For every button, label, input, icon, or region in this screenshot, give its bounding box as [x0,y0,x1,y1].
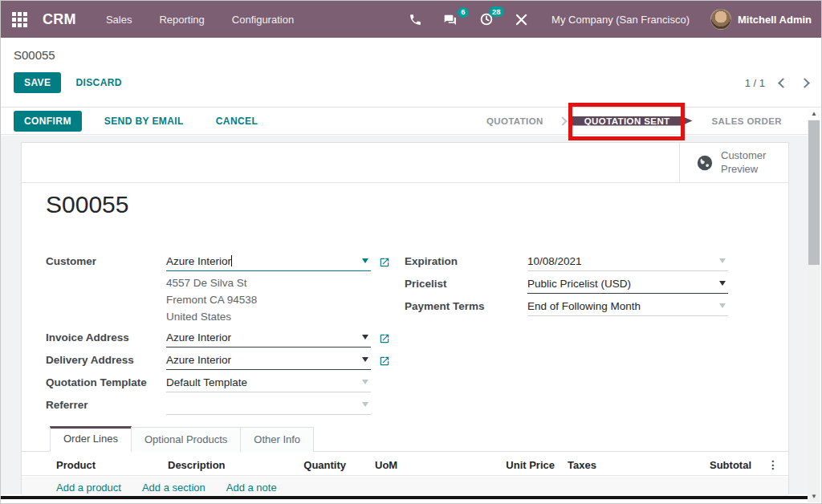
add-a-section-link[interactable]: Add a section [142,482,206,494]
top-navbar: CRM Sales Reporting Configuration 6 28 M… [1,1,821,38]
statusbar: CONFIRM SEND BY EMAIL CANCEL QUOTATION Q… [1,108,808,135]
app-title[interactable]: CRM [43,11,76,28]
field-row-invoice-address: Invoice Address Azure Interior [46,325,405,348]
delivery-address-label: Delivery Address [46,354,166,370]
pager-prev-icon[interactable] [778,78,788,88]
tools-icon[interactable] [506,6,537,33]
window-bottom-edge [1,496,808,499]
template-dropdown-caret-icon[interactable] [362,380,368,384]
cancel-button[interactable]: CANCEL [206,111,267,132]
stage-separator-icon [558,116,567,125]
menu-reporting[interactable]: Reporting [145,2,218,37]
tab-optional-products[interactable]: Optional Products [131,427,241,452]
form-sheet: Customer Preview S00055 Customer Azure I… [21,142,789,494]
form-view-background: Customer Preview S00055 Customer Azure I… [1,136,808,494]
scroll-up-icon[interactable]: ▲ [808,108,820,120]
referrer-field[interactable] [166,394,371,415]
messages-icon[interactable]: 6 [434,6,467,33]
address-line: United States [166,308,405,325]
menu-configuration[interactable]: Configuration [218,2,307,37]
pricelist-label: Pricelist [405,278,527,294]
col-uom: UoM [346,459,439,471]
menu-sales[interactable]: Sales [92,2,146,37]
referrer-dropdown-caret-icon[interactable] [362,402,368,407]
customer-address: 4557 De Silva St Fremont CA 94538 United… [166,271,405,325]
col-subtotal: Subtotal [688,459,751,471]
referrer-label: Referrer [46,399,166,415]
delivery-dropdown-caret-icon[interactable] [362,357,368,362]
delivery-external-link-icon[interactable] [379,356,390,367]
customer-label: Customer [46,255,166,271]
pager: 1 / 1 [745,77,808,89]
globe-icon [696,154,714,172]
customer-external-link-icon[interactable] [379,257,390,268]
activities-badge: 28 [489,6,505,17]
tab-other-info[interactable]: Other Info [240,427,314,452]
order-title: S00055 [46,191,128,218]
activities-clock-icon[interactable]: 28 [470,6,503,33]
col-taxes: Taxes [555,459,688,471]
pricelist-field[interactable]: Public Pricelist (USD) [527,273,728,294]
send-by-email-button[interactable]: SEND BY EMAIL [95,111,193,132]
expiration-dropdown-caret-icon[interactable] [719,258,726,263]
col-description: Description [168,459,295,471]
add-a-product-link[interactable]: Add a product [56,482,121,494]
discard-button[interactable]: DISCARD [66,72,131,93]
delivery-address-field[interactable]: Azure Interior [166,349,371,370]
customer-preview-button[interactable]: Customer Preview [679,143,788,182]
company-switcher[interactable]: My Company (San Francisco) [551,14,690,26]
column-options-kebab-icon[interactable]: ⋮ [751,458,779,471]
user-name: Mitchell Admin [738,14,812,26]
stage-quotation[interactable]: QUOTATION [472,116,558,126]
quotation-template-field[interactable]: Default Template [166,372,371,392]
messages-badge: 6 [458,7,469,18]
order-lines-add-row: Add a product Add a section Add a note [22,477,788,498]
user-avatar [710,9,731,30]
text-cursor [231,255,232,266]
field-row-customer: Customer Azure Interior [46,249,405,271]
customer-dropdown-caret-icon[interactable] [362,258,368,263]
col-quantity: Quantity [295,459,346,471]
invoice-external-link-icon[interactable] [379,333,390,344]
invoice-dropdown-caret-icon[interactable] [362,335,368,339]
expiration-label: Expiration [405,255,527,271]
tab-order-lines[interactable]: Order Lines [50,426,132,452]
address-line: 4557 De Silva St [166,274,405,291]
stage-sales-order[interactable]: SALES ORDER [698,116,796,126]
order-lines-header: Product Description Quantity UoM Unit Pr… [22,454,788,476]
customer-field[interactable]: Azure Interior [166,250,371,271]
expiration-field[interactable]: 10/08/2021 [527,250,728,271]
systray: 6 28 My Company (San Francisco) Mitchell… [400,6,821,33]
scrollbar-thumb[interactable] [808,120,820,265]
field-row-quotation-template: Quotation Template Default Template [46,370,405,392]
scroll-down-icon[interactable]: ▼ [808,490,820,502]
notebook-tabs: Order Lines Optional Products Other Info [22,425,788,452]
sheet-header: Customer Preview [22,143,788,183]
add-a-note-link[interactable]: Add a note [226,482,277,494]
stage-quotation-sent[interactable]: QUOTATION SENT [572,116,693,126]
save-button[interactable]: SAVE [14,72,61,93]
col-product: Product [56,459,168,471]
pager-next-icon[interactable] [800,78,810,88]
field-row-pricelist: Pricelist Public Pricelist (USD) [405,271,756,294]
apps-grid-icon [12,12,27,27]
field-row-delivery-address: Delivery Address Azure Interior [46,348,405,370]
payment-terms-dropdown-caret-icon[interactable] [719,303,726,308]
quotation-template-label: Quotation Template [46,376,166,392]
stage-quotation-sent-wrap: QUOTATION SENT [572,108,693,135]
vertical-scrollbar[interactable]: ▲ ▼ [808,108,820,502]
user-menu[interactable]: Mitchell Admin [710,9,812,30]
breadcrumb[interactable]: S00055 [1,38,821,62]
pricelist-dropdown-caret-icon[interactable] [719,281,726,286]
field-row-referrer: Referrer [46,392,405,415]
app-window: CRM Sales Reporting Configuration 6 28 M… [0,0,822,504]
invoice-address-field[interactable]: Azure Interior [166,327,371,348]
phone-icon[interactable] [400,6,431,33]
invoice-address-label: Invoice Address [46,331,166,348]
customer-preview-label: Customer Preview [721,149,772,176]
payment-terms-field[interactable]: End of Following Month [527,295,728,316]
confirm-button[interactable]: CONFIRM [14,111,82,132]
apps-menu-button[interactable] [1,12,38,27]
form-fields: Customer Azure Interior 4557 De Silva St… [46,249,756,415]
field-row-expiration: Expiration 10/08/2021 [405,249,756,271]
